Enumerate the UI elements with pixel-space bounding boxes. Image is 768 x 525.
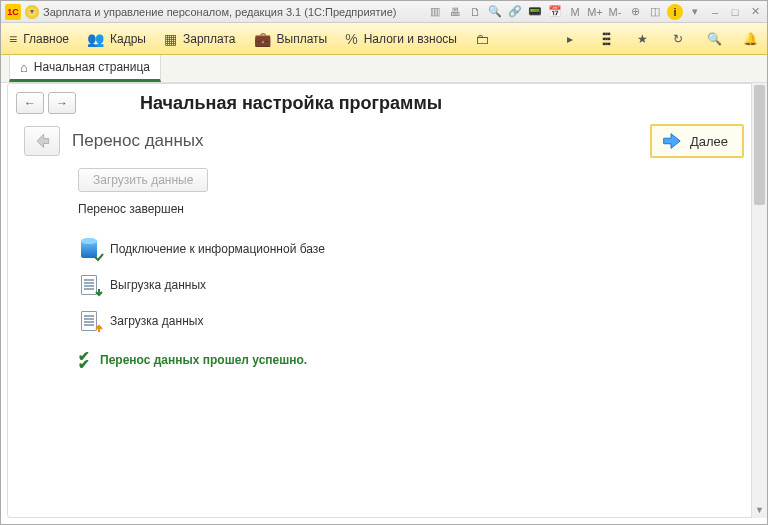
step-import: Загрузка данных (78, 310, 744, 332)
nav-main[interactable]: ≡Главное (9, 31, 69, 47)
people-icon: 👥 (87, 31, 104, 47)
nav-main-label: Главное (23, 32, 69, 46)
tab-home-label: Начальная страница (34, 60, 150, 74)
m-icon[interactable]: M (567, 4, 583, 20)
search-tool-icon[interactable]: 🔍 (705, 32, 723, 46)
bell-icon[interactable]: 🔔 (741, 32, 759, 46)
content-area: ← → Начальная настройка программы Перено… (7, 83, 761, 518)
zoom-icon[interactable]: ⊕ (627, 4, 643, 20)
wallet-icon: 💼 (254, 31, 271, 47)
step-connect: Подключение к информационной базе (78, 238, 744, 260)
nav-payments-label: Выплаты (277, 32, 328, 46)
transfer-status-label: Перенос завершен (78, 202, 744, 216)
nav-salary[interactable]: ▦Зарплата (164, 31, 236, 47)
maximize-icon[interactable]: □ (727, 4, 743, 20)
folder-icon: 🗀 (475, 31, 489, 47)
step-success: ✔✔ Перенос данных прошел успешно. (78, 352, 744, 368)
step-export-label: Выгрузка данных (110, 278, 206, 292)
table-icon: ▦ (164, 31, 177, 47)
wizard-next-button[interactable]: Далее (650, 124, 744, 158)
nav-more[interactable]: 🗀 (475, 31, 489, 47)
nav-payments[interactable]: 💼Выплаты (254, 31, 328, 47)
nav-arrow-icon[interactable]: ▸ (561, 32, 579, 46)
export-doc-icon (78, 274, 100, 296)
window-title: Зарплата и управление персоналом, редакц… (43, 6, 427, 18)
nav-taxes-label: Налоги и взносы (364, 32, 457, 46)
nav-staff[interactable]: 👥Кадры (87, 31, 146, 47)
database-icon (78, 238, 100, 260)
wizard-back-button[interactable] (24, 126, 60, 156)
apps-grid-icon[interactable]: ▪▪▪▪▪▪▪▪▪ (597, 31, 615, 46)
step-export: Выгрузка данных (78, 274, 744, 296)
tab-home[interactable]: ⌂ Начальная страница (9, 55, 161, 82)
nav-salary-label: Зарплата (183, 32, 236, 46)
wizard-step-title: Перенос данных (72, 131, 650, 151)
success-check-icon: ✔✔ (78, 352, 90, 368)
step-connect-label: Подключение к информационной базе (110, 242, 325, 256)
search-icon[interactable]: 🔍 (487, 4, 503, 20)
print-icon[interactable]: 🖶 (447, 4, 463, 20)
app-menu-dropdown[interactable]: ▾ (25, 5, 39, 19)
step-success-label: Перенос данных прошел успешно. (100, 353, 307, 367)
calendar-icon[interactable]: 📅 (547, 4, 563, 20)
page-title: Начальная настройка программы (140, 93, 442, 114)
import-doc-icon (78, 310, 100, 332)
nav-staff-label: Кадры (110, 32, 146, 46)
scroll-thumb[interactable] (754, 85, 765, 205)
title-bar: 1C ▾ Зарплата и управление персоналом, р… (1, 1, 767, 23)
load-data-button: Загрузить данные (78, 168, 208, 192)
document-icon[interactable]: 🗋 (467, 4, 483, 20)
vertical-scrollbar[interactable]: ▲ ▼ (751, 83, 767, 518)
home-icon: ⌂ (20, 60, 28, 75)
history-icon[interactable]: ↻ (669, 32, 687, 46)
info-icon[interactable]: i (667, 4, 683, 20)
menu-icon: ≡ (9, 31, 17, 47)
toolbar-icon[interactable]: ▥ (427, 4, 443, 20)
nav-taxes[interactable]: %Налоги и взносы (345, 31, 457, 47)
history-back-button[interactable]: ← (16, 92, 44, 114)
m-minus-icon[interactable]: M- (607, 4, 623, 20)
tab-bar: ⌂ Начальная страница (1, 55, 767, 83)
calc-icon[interactable]: 📟 (527, 4, 543, 20)
step-import-label: Загрузка данных (110, 314, 203, 328)
scroll-down-icon[interactable]: ▼ (752, 502, 767, 518)
close-icon[interactable]: ✕ (747, 4, 763, 20)
transfer-steps: Подключение к информационной базе Выгруз… (8, 220, 760, 372)
wizard-next-label: Далее (690, 134, 728, 149)
m-plus-icon[interactable]: M+ (587, 4, 603, 20)
info-drop-icon[interactable]: ▾ (687, 4, 703, 20)
minimize-icon[interactable]: – (707, 4, 723, 20)
main-navbar: ≡Главное 👥Кадры ▦Зарплата 💼Выплаты %Нало… (1, 23, 767, 55)
app-logo: 1C (5, 4, 21, 20)
star-icon[interactable]: ★ (633, 32, 651, 46)
link-icon[interactable]: 🔗 (507, 4, 523, 20)
percent-icon: % (345, 31, 357, 47)
panels-icon[interactable]: ◫ (647, 4, 663, 20)
history-forward-button[interactable]: → (48, 92, 76, 114)
